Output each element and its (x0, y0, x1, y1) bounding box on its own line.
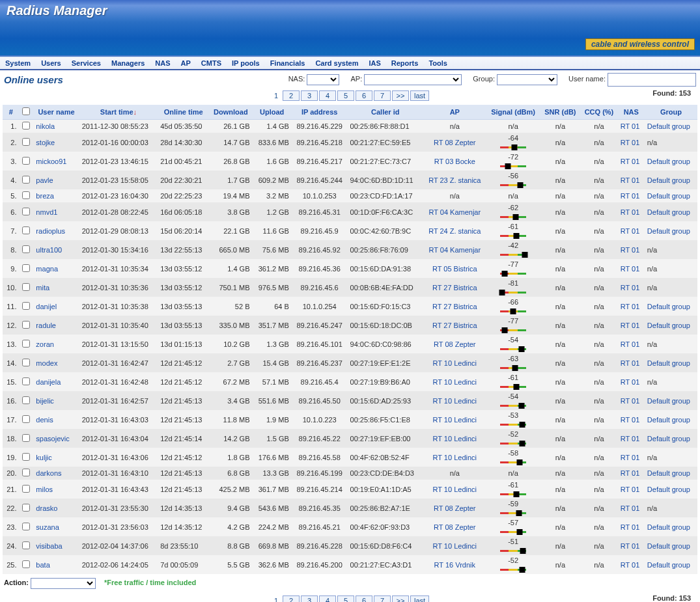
menu-users[interactable]: Users (41, 59, 61, 67)
cell-ap-link[interactable]: RT 08 Zepter (434, 340, 475, 348)
cell-nas-link[interactable]: RT 01 (621, 340, 640, 348)
menu-ip-pools[interactable]: IP pools (232, 59, 260, 67)
cell-nas-link[interactable]: RT 01 (621, 322, 640, 329)
cell-group-link[interactable]: Default group (647, 523, 690, 531)
cell-nas-link[interactable]: RT 01 (621, 284, 640, 292)
col-signal-dbm-[interactable]: Signal (dBm) (486, 105, 540, 120)
menu-reports[interactable]: Reports (391, 59, 419, 67)
cell-group-link[interactable]: Default group (647, 469, 690, 477)
cell-nas-link[interactable]: RT 01 (621, 122, 640, 130)
cell-nas-link[interactable]: RT 01 (621, 157, 640, 165)
cell-username-link[interactable]: radule (36, 322, 56, 329)
pager-page-7[interactable]: 7 (374, 595, 391, 602)
col-user-name[interactable]: User name (33, 105, 79, 120)
row-checkbox[interactable] (22, 138, 30, 146)
cell-username-link[interactable]: danijel (36, 303, 57, 310)
action-select[interactable] (31, 578, 96, 589)
cell-ap-link[interactable]: RT 27 Bistrica (432, 284, 477, 292)
menu-ias[interactable]: IAS (369, 59, 380, 67)
pager-last[interactable]: last (410, 90, 429, 101)
row-checkbox[interactable] (22, 415, 30, 423)
row-checkbox[interactable] (22, 504, 30, 512)
cell-username-link[interactable]: ultra100 (36, 246, 62, 254)
col-ip-address[interactable]: IP address (292, 105, 348, 120)
row-checkbox[interactable] (22, 226, 30, 234)
cell-group-link[interactable]: Default group (647, 303, 690, 310)
menu-tools[interactable]: Tools (428, 59, 447, 67)
cell-group-link[interactable]: Default group (647, 359, 690, 367)
pager-last[interactable]: last (410, 595, 429, 602)
cell-ap-link[interactable]: RT 08 Zepter (434, 139, 475, 146)
pager-page-5[interactable]: 5 (337, 595, 354, 602)
pager-page-3[interactable]: 3 (301, 90, 318, 101)
row-checkbox[interactable] (22, 321, 30, 329)
row-checkbox[interactable] (22, 377, 30, 385)
row-checkbox[interactable] (22, 176, 30, 184)
row-checkbox[interactable] (22, 264, 30, 272)
menu-services[interactable]: Services (72, 59, 101, 67)
pager-page-4[interactable]: 4 (319, 595, 336, 602)
cell-nas-link[interactable]: RT 01 (621, 176, 640, 184)
row-checkbox[interactable] (22, 541, 30, 549)
cell-group-link[interactable]: Default group (647, 542, 690, 550)
cell-nas-link[interactable]: RT 01 (621, 192, 640, 200)
cell-nas-link[interactable]: RT 01 (621, 397, 640, 405)
ap-select[interactable] (364, 74, 462, 85)
pager-page-6[interactable]: 6 (356, 90, 372, 101)
row-checkbox[interactable] (22, 245, 30, 253)
row-checkbox[interactable] (22, 191, 30, 199)
menu-cmts[interactable]: CMTS (201, 59, 221, 67)
nas-select[interactable] (307, 74, 339, 85)
cell-group-link[interactable]: Default group (647, 176, 690, 184)
menu-managers[interactable]: Managers (111, 59, 145, 67)
row-checkbox[interactable] (22, 208, 30, 215)
cell-username-link[interactable]: kuljic (36, 454, 51, 461)
cell-username-link[interactable]: danijela (36, 378, 61, 386)
cell-group-link[interactable]: Default group (647, 416, 690, 424)
cell-username-link[interactable]: denis (36, 416, 53, 424)
row-checkbox[interactable] (22, 453, 30, 461)
select-all-checkbox[interactable] (22, 107, 30, 115)
col-nas[interactable]: NAS (618, 105, 645, 120)
cell-nas-link[interactable]: RT 01 (621, 542, 640, 550)
cell-ap-link[interactable]: RT 10 Ledinci (433, 359, 477, 367)
cell-username-link[interactable]: milos (36, 486, 53, 493)
row-checkbox[interactable] (22, 302, 30, 310)
cell-username-link[interactable]: zoran (36, 340, 54, 348)
cell-username-link[interactable]: mita (36, 284, 49, 292)
cell-group-link[interactable]: Default group (647, 122, 690, 130)
cell-username-link[interactable]: spasojevic (36, 435, 69, 443)
cell-ap-link[interactable]: RT 04 Kamenjar (428, 246, 481, 254)
cell-username-link[interactable]: radioplus (36, 227, 65, 235)
cell-ap-link[interactable]: RT 10 Ledinci (433, 454, 477, 461)
cell-group-link[interactable]: Default group (647, 157, 690, 165)
cell-ap-link[interactable]: RT 10 Ledinci (433, 542, 477, 550)
cell-username-link[interactable]: stojke (36, 139, 55, 146)
cell-group-link[interactable]: Default group (647, 397, 690, 405)
pager-page-2[interactable]: 2 (283, 595, 300, 602)
cell-nas-link[interactable]: RT 01 (621, 486, 640, 493)
row-checkbox[interactable] (22, 560, 30, 568)
pager-next[interactable]: >> (392, 90, 409, 101)
cell-username-link[interactable]: bijelic (36, 397, 54, 405)
col-ap[interactable]: AP (423, 105, 486, 120)
cell-ap-link[interactable]: RT 27 Bistrica (432, 303, 477, 310)
menu-system[interactable]: System (5, 59, 31, 67)
username-input[interactable] (608, 73, 696, 87)
row-checkbox[interactable] (22, 523, 30, 530)
cell-ap-link[interactable]: RT 03 Bocke (434, 157, 475, 165)
cell-username-link[interactable]: breza (36, 192, 54, 200)
cell-nas-link[interactable]: RT 01 (621, 504, 640, 512)
cell-ap-link[interactable]: RT 08 Zepter (434, 504, 475, 512)
cell-username-link[interactable]: pavle (36, 176, 53, 184)
col-start-time[interactable]: Start time↓ (79, 105, 158, 120)
menu-nas[interactable]: NAS (155, 59, 170, 67)
cell-nas-link[interactable]: RT 01 (621, 454, 640, 461)
group-select[interactable] (497, 74, 557, 85)
pager-page-2[interactable]: 2 (283, 90, 300, 101)
cell-group-link[interactable]: Default group (647, 561, 690, 569)
cell-username-link[interactable]: nmvd1 (36, 208, 57, 216)
row-checkbox[interactable] (22, 469, 30, 476)
cell-nas-link[interactable]: RT 01 (621, 139, 640, 146)
cell-nas-link[interactable]: RT 01 (621, 469, 640, 477)
